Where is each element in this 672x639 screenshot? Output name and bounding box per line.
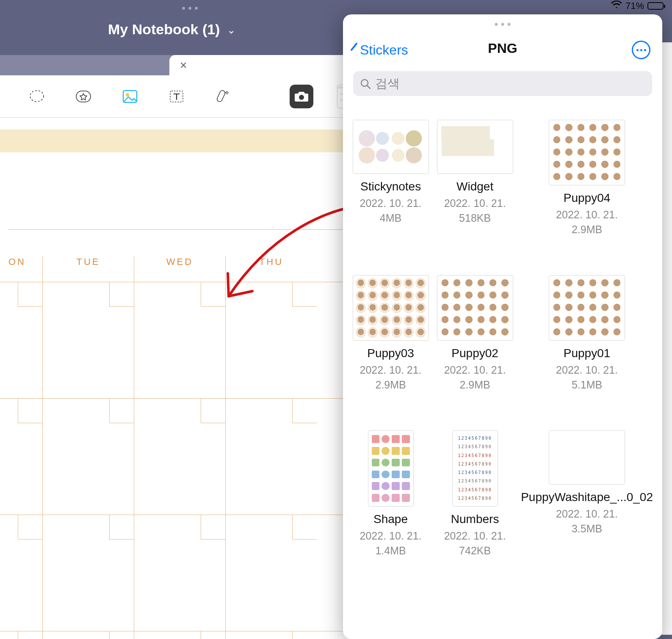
search-icon	[360, 78, 371, 89]
search-input[interactable]: 검색	[353, 71, 652, 96]
active-document-tab[interactable]: ✕	[169, 55, 351, 75]
battery-pct-label: 71%	[625, 0, 644, 11]
text-tool[interactable]	[165, 85, 188, 108]
close-tab-icon[interactable]: ✕	[180, 60, 187, 71]
file-thumbnail[interactable]	[368, 430, 414, 507]
file-date: 2022. 10. 21.	[435, 363, 515, 377]
calendar-week-row	[0, 282, 373, 398]
file-date: 2022. 10. 21.	[435, 529, 515, 543]
battery-icon	[647, 2, 664, 10]
file-size: 3.5MB	[519, 521, 655, 536]
notebook-page[interactable]: ON TUE WED THU	[0, 118, 373, 639]
sticker-wand-tool[interactable]	[212, 85, 235, 108]
file-grid: Stickynotes2022. 10. 21.4MBWidget2022. 1…	[343, 120, 662, 558]
file-thumbnail[interactable]	[353, 120, 429, 174]
calendar-header-cell: ON	[0, 256, 42, 282]
svg-point-6	[299, 95, 304, 100]
file-name: Shape	[351, 512, 431, 526]
file-date: 2022. 10. 21.	[351, 196, 431, 211]
files-popover: Stickers PNG 검색 Stickynotes2022. 10. 21.…	[343, 14, 662, 639]
file-size: 2.9MB	[519, 222, 655, 237]
back-button[interactable]: Stickers	[349, 42, 408, 58]
calendar-week-row	[0, 515, 373, 631]
popover-multitask-dots-icon[interactable]	[495, 23, 511, 26]
file-name: Puppy01	[519, 347, 655, 360]
file-size: 1.4MB	[351, 543, 431, 558]
file-thumbnail[interactable]	[353, 275, 429, 341]
status-bar: 71%	[611, 0, 672, 12]
chevron-left-icon	[349, 43, 359, 57]
calendar-header-cell: WED	[134, 256, 225, 282]
file-thumbnail[interactable]	[549, 430, 625, 485]
svg-point-0	[30, 91, 44, 102]
file-size: 5.1MB	[519, 377, 655, 392]
calendar-divider	[8, 229, 360, 230]
file-name: PuppyWashitape_...0_02	[519, 490, 655, 504]
camera-insert-button[interactable]	[290, 85, 313, 108]
file-date: 2022. 10. 21.	[351, 529, 431, 543]
file-item[interactable]: PuppyWashitape_...0_022022. 10. 21.3.5MB	[519, 430, 655, 558]
svg-line-8	[367, 85, 370, 88]
calendar-header-cell: TUE	[42, 256, 134, 282]
file-date: 2022. 10. 21.	[351, 363, 431, 377]
back-label: Stickers	[360, 42, 408, 58]
dropdown-chevron-icon[interactable]: ⌄	[227, 25, 235, 36]
file-date: 2022. 10. 21.	[519, 207, 655, 222]
file-thumbnail[interactable]	[549, 120, 625, 185]
svg-rect-5	[216, 89, 226, 102]
calendar-grid: ON TUE WED THU	[0, 256, 373, 639]
calendar-header-cell: THU	[225, 256, 317, 282]
file-date: 2022. 10. 21.	[519, 507, 655, 521]
file-name: Puppy03	[351, 347, 431, 360]
file-thumbnail[interactable]	[437, 120, 513, 174]
file-name: Widget	[435, 180, 515, 193]
file-item[interactable]: 1234567890123456789012345678901234567890…	[435, 430, 515, 558]
lasso-tool[interactable]	[25, 85, 48, 108]
page-header-band	[0, 129, 373, 152]
notebook-title: My Notebook (1)	[108, 21, 220, 37]
file-item[interactable]: Widget2022. 10. 21.518KB	[435, 120, 515, 237]
file-date: 2022. 10. 21.	[519, 363, 655, 377]
calendar-week-row	[0, 631, 373, 639]
favorites-tool[interactable]	[72, 85, 95, 108]
file-item[interactable]: Puppy042022. 10. 21.2.9MB	[519, 120, 655, 237]
file-item[interactable]: Shape2022. 10. 21.1.4MB	[351, 430, 431, 558]
more-options-button[interactable]	[632, 41, 650, 59]
file-size: 518KB	[435, 211, 515, 226]
file-item[interactable]: Puppy022022. 10. 21.2.9MB	[435, 275, 515, 392]
file-size: 4MB	[351, 211, 431, 226]
wifi-icon	[611, 0, 622, 11]
file-date: 2022. 10. 21.	[435, 196, 515, 211]
search-placeholder: 검색	[375, 75, 400, 92]
image-tool[interactable]	[119, 85, 141, 108]
file-thumbnail[interactable]	[437, 275, 513, 341]
popover-header: Stickers	[343, 14, 662, 59]
file-thumbnail[interactable]: 1234567890123456789012345678901234567890…	[452, 430, 498, 507]
file-thumbnail[interactable]	[549, 275, 625, 341]
file-size: 2.9MB	[351, 377, 431, 392]
file-item[interactable]: Stickynotes2022. 10. 21.4MB	[351, 120, 431, 237]
file-name: Stickynotes	[351, 180, 431, 193]
calendar-header-row: ON TUE WED THU	[0, 256, 373, 282]
multitasking-dots-icon[interactable]	[182, 7, 198, 10]
file-size: 2.9MB	[435, 377, 515, 392]
file-size: 742KB	[435, 543, 515, 558]
file-item[interactable]: Puppy032022. 10. 21.2.9MB	[351, 275, 431, 392]
file-name: Puppy02	[435, 347, 515, 360]
calendar-week-row	[0, 398, 373, 515]
file-item[interactable]: Puppy012022. 10. 21.5.1MB	[519, 275, 655, 392]
file-name: Puppy04	[519, 191, 655, 205]
svg-rect-1	[76, 91, 91, 102]
svg-point-3	[126, 93, 129, 96]
file-name: Numbers	[435, 512, 515, 526]
